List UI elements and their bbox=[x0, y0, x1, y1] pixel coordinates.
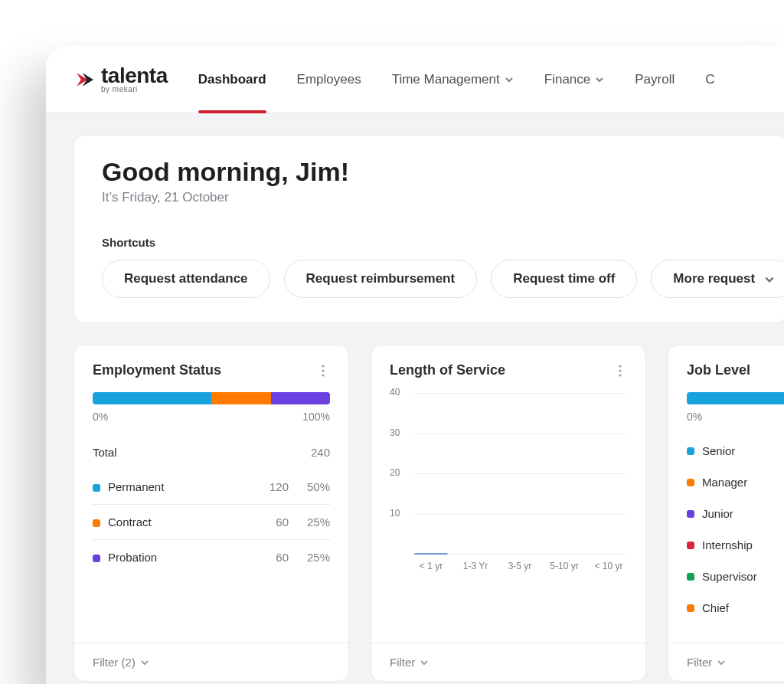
row-pct: 25% bbox=[289, 505, 330, 540]
row-count: 60 bbox=[247, 540, 289, 575]
joblevel-filter[interactable]: Filter bbox=[668, 643, 784, 681]
shortcut-more-request[interactable]: More request bbox=[651, 260, 784, 298]
legend-item: Senior bbox=[687, 435, 784, 466]
bar-segment bbox=[211, 392, 271, 404]
row-count: 120 bbox=[247, 470, 289, 505]
employment-filter[interactable]: Filter (2) bbox=[74, 643, 348, 681]
legend-item: Manager bbox=[687, 466, 784, 498]
row-pct: 50% bbox=[289, 470, 330, 505]
card-length-of-service: Length of Service 010203040 < 1 yr1-3 Yr… bbox=[371, 345, 646, 682]
shortcuts-label: Shortcuts bbox=[102, 236, 759, 249]
pill-label: Request time off bbox=[513, 271, 615, 286]
legend-dot bbox=[687, 447, 694, 455]
app-window: talenta by mekari Dashboard Employees Ti… bbox=[46, 46, 784, 684]
ytick-label: 30 bbox=[390, 427, 400, 438]
bar-column bbox=[414, 553, 448, 555]
table-row: Permanent12050% bbox=[93, 470, 330, 505]
row-label: Permanent bbox=[93, 470, 247, 505]
card-employment-status: Employment Status 0% 100% Total 240 bbox=[74, 345, 349, 682]
legend-dot bbox=[687, 573, 694, 581]
bar bbox=[414, 553, 448, 555]
main-nav: Dashboard Employees Time Management Fina… bbox=[198, 67, 784, 92]
nav-label: C bbox=[705, 72, 714, 87]
legend-dot bbox=[93, 555, 100, 562]
topbar: talenta by mekari Dashboard Employees Ti… bbox=[46, 46, 784, 113]
ytick-label: 10 bbox=[390, 508, 400, 519]
legend-label: Junior bbox=[702, 507, 733, 520]
nav-finance[interactable]: Finance bbox=[544, 67, 604, 92]
nav-label: Payroll bbox=[635, 72, 675, 87]
legend-label: Internship bbox=[702, 538, 753, 551]
los-filter[interactable]: Filter bbox=[371, 643, 645, 681]
card-title: Length of Service bbox=[390, 362, 505, 378]
shortcut-request-time-off[interactable]: Request time off bbox=[491, 260, 637, 298]
employment-table: Total 240 Permanent12050%Contract6025%Pr… bbox=[93, 435, 330, 574]
chevron-down-icon bbox=[420, 658, 429, 667]
legend-label: Supervisor bbox=[702, 570, 757, 583]
bar-segment bbox=[687, 392, 784, 404]
joblevel-legend: SeniorManagerJuniorInternshipSupervisorC… bbox=[687, 435, 784, 623]
xtick-label: < 10 yr bbox=[592, 561, 626, 571]
row-label: Contract bbox=[93, 505, 247, 540]
nav-label: Finance bbox=[544, 72, 590, 87]
pill-label: Request attendance bbox=[124, 271, 248, 286]
bars bbox=[413, 394, 627, 555]
kebab-menu-icon[interactable] bbox=[316, 364, 330, 378]
nav-payroll[interactable]: Payroll bbox=[635, 67, 675, 92]
greeting-card: Good morning, Jim! It’s Friday, 21 Octob… bbox=[74, 135, 784, 323]
legend-label: Chief bbox=[702, 601, 729, 614]
nav-dashboard[interactable]: Dashboard bbox=[198, 67, 266, 92]
joblevel-stacked-bar bbox=[687, 392, 784, 404]
scale-min: 0% bbox=[687, 411, 702, 423]
svg-point-3 bbox=[619, 365, 621, 367]
legend-item: Chief bbox=[687, 592, 784, 623]
chevron-down-icon bbox=[140, 658, 149, 667]
legend-label: Senior bbox=[702, 444, 735, 457]
nav-overflow[interactable]: C bbox=[705, 67, 714, 92]
table-row: Probation6025% bbox=[93, 540, 330, 575]
brand-logo-icon bbox=[74, 69, 95, 90]
legend-dot bbox=[93, 519, 100, 527]
xtick-label: 1-3 Yr bbox=[459, 561, 492, 571]
svg-point-4 bbox=[619, 369, 621, 371]
content: Good morning, Jim! It’s Friday, 21 Octob… bbox=[46, 113, 784, 682]
svg-point-5 bbox=[619, 374, 621, 376]
ytick-label: 40 bbox=[390, 387, 400, 398]
bar-segment bbox=[271, 392, 331, 404]
legend-dot bbox=[687, 510, 694, 518]
los-barchart: 010203040 < 1 yr1-3 Yr3-5 yr5-10 yr< 10 … bbox=[390, 389, 627, 571]
table-row: Contract6025% bbox=[93, 505, 330, 540]
kebab-menu-icon[interactable] bbox=[613, 364, 627, 378]
table-row-total: Total 240 bbox=[93, 435, 330, 470]
shortcut-request-attendance[interactable]: Request attendance bbox=[102, 260, 270, 298]
nav-employees[interactable]: Employees bbox=[297, 67, 361, 92]
filter-label: Filter (2) bbox=[93, 656, 136, 669]
legend-item: Supervisor bbox=[687, 561, 784, 592]
chevron-down-icon bbox=[764, 274, 773, 283]
scale-min: 0% bbox=[93, 411, 108, 423]
nav-time-management[interactable]: Time Management bbox=[392, 67, 514, 92]
brand-subtitle: by mekari bbox=[101, 85, 138, 93]
xtick-label: < 1 yr bbox=[414, 561, 448, 571]
svg-point-0 bbox=[322, 365, 324, 367]
brand: talenta by mekari bbox=[74, 65, 168, 93]
legend-dot bbox=[687, 479, 694, 486]
card-job-level: Job Level 0% SeniorManagerJuniorInternsh… bbox=[668, 345, 784, 682]
nav-label: Employees bbox=[297, 72, 361, 87]
cards-row: Employment Status 0% 100% Total 240 bbox=[74, 345, 784, 682]
chevron-down-icon bbox=[505, 75, 514, 84]
legend-label: Manager bbox=[702, 476, 747, 489]
legend-item: Internship bbox=[687, 529, 784, 561]
chevron-down-icon bbox=[595, 75, 604, 84]
pill-label: More request bbox=[673, 271, 755, 286]
svg-point-2 bbox=[322, 374, 324, 376]
row-label: Probation bbox=[93, 540, 247, 575]
row-pct: 25% bbox=[289, 540, 330, 575]
legend-item: Junior bbox=[687, 498, 784, 529]
nav-label: Time Management bbox=[392, 72, 500, 87]
shortcut-request-reimbursement[interactable]: Request reimbursement bbox=[284, 260, 478, 298]
xtick-label: 5-10 yr bbox=[547, 561, 581, 571]
pill-label: Request reimbursement bbox=[306, 271, 456, 286]
xtick-label: 3-5 yr bbox=[503, 561, 537, 571]
brand-word: talenta bbox=[101, 65, 168, 87]
